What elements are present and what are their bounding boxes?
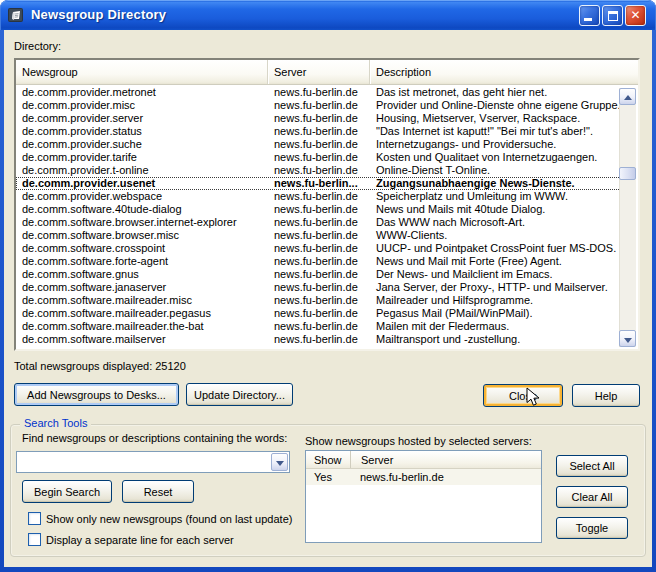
table-row[interactable]: de.comm.provider.metronetnews.fu-berlin.… [16,86,621,99]
table-row[interactable]: de.comm.provider.miscnews.fu-berlin.dePr… [16,99,621,112]
table-row[interactable]: de.comm.software.mailservernews.fu-berli… [16,333,621,346]
chevron-down-icon [276,461,284,466]
cell-server: news.fu-berlin.de [350,469,541,485]
scroll-down-button[interactable] [619,330,636,347]
cell-server: news.fu-berlin.de [268,281,370,294]
column-header-show[interactable]: Show [306,451,350,468]
cell-server: news.fu-berlin.de [268,333,370,346]
select-all-button[interactable]: Select All [556,455,628,477]
search-words-combobox[interactable] [16,451,290,473]
close-button[interactable]: Close [483,384,563,407]
cell-newsgroup: de.comm.provider.t-online [16,164,268,177]
cell-server: news.fu-berlin.de [268,242,370,255]
scrollbar-thumb[interactable] [619,167,636,180]
table-row[interactable]: de.comm.provider.tarifenews.fu-berlin.de… [16,151,621,164]
vertical-scrollbar[interactable] [619,88,636,347]
dialog-body: Directory: Newsgroup Server Description … [4,30,652,567]
cell-server: news.fu-berlin.de [268,294,370,307]
cell-server: news.fu-berlin.de [268,216,370,229]
cell-newsgroup: de.comm.software.janaserver [16,281,268,294]
table-row[interactable]: de.comm.software.crosspointnews.fu-berli… [16,242,621,255]
table-row[interactable]: de.comm.provider.usenetnews.fu-berlin...… [16,177,621,190]
arrow-up-icon [624,95,632,100]
cell-description: Der News- und Mailclient im Emacs. [370,268,621,281]
cell-newsgroup: de.comm.software.crosspoint [16,242,268,255]
cell-description: Mailtransport und -zustellung. [370,333,621,346]
toggle-button[interactable]: Toggle [556,517,628,539]
cell-description: WWW-Clients. [370,229,621,242]
table-row[interactable]: de.comm.software.40tude-dialognews.fu-be… [16,203,621,216]
cell-description: UUCP- und Pointpaket CrossPoint fuer MS-… [370,242,621,255]
cell-server: news.fu-berlin.de [268,151,370,164]
title-bar[interactable]: Newsgroup Directory ✕ [0,0,656,30]
cell-description: Kosten und Qualitaet von Internetzugaeng… [370,151,621,164]
column-header-newsgroup[interactable]: Newsgroup [16,60,268,84]
cell-server: news.fu-berlin.de [268,229,370,242]
table-row[interactable]: de.comm.provider.servernews.fu-berlin.de… [16,112,621,125]
cell-description: Das WWW nach Microsoft-Art. [370,216,621,229]
table-row[interactable]: de.comm.provider.statusnews.fu-berlin.de… [16,125,621,138]
clear-all-button[interactable]: Clear All [556,486,628,508]
cell-description: Internetzugangs- und Providersuche. [370,138,621,151]
separate-line-checkbox[interactable] [28,533,41,546]
update-directory-button[interactable]: Update Directory... [186,383,293,406]
cell-newsgroup: de.comm.provider.misc [16,99,268,112]
reset-button[interactable]: Reset [122,480,194,503]
column-header-server[interactable]: Server [268,60,370,84]
show-new-newsgroups-label: Show only new newsgroups (found on last … [46,513,292,525]
table-row[interactable]: de.comm.provider.webspacenews.fu-berlin.… [16,190,621,203]
cell-server: news.fu-berlin.de [268,99,370,112]
cell-server: news.fu-berlin.de [268,255,370,268]
total-newsgroups-label: Total newsgroups displayed: 25120 [14,360,186,372]
table-row[interactable]: de.comm.software.janaservernews.fu-berli… [16,281,621,294]
cell-newsgroup: de.comm.software.browser.internet-explor… [16,216,268,229]
table-row[interactable]: de.comm.software.browser.miscnews.fu-ber… [16,229,621,242]
cell-newsgroup: de.comm.software.forte-agent [16,255,268,268]
maximize-button[interactable] [602,5,623,26]
cell-description: Jana Server, der Proxy-, HTTP- und Mails… [370,281,621,294]
begin-search-button[interactable]: Begin Search [22,480,112,503]
server-list-header: Show Server [306,451,541,469]
add-newsgroups-button[interactable]: Add Newsgroups to Desks... [14,383,179,406]
cell-server: news.fu-berlin.de [268,190,370,203]
hosted-servers-label: Show newsgroups hosted by selected serve… [305,435,532,447]
table-row[interactable]: de.comm.provider.suchenews.fu-berlin.deI… [16,138,621,151]
separate-line-label: Display a separate line for each server [46,534,234,546]
close-icon: ✕ [630,8,640,22]
cell-server: news.fu-berlin... [268,177,370,190]
list-header: Newsgroup Server Description [16,60,638,85]
column-header-server[interactable]: Server [350,451,541,468]
table-row[interactable]: de.comm.software.gnusnews.fu-berlin.deDe… [16,268,621,281]
minimize-button[interactable] [579,5,600,26]
cell-newsgroup: de.comm.provider.webspace [16,190,268,203]
cell-newsgroup: de.comm.software.gnus [16,268,268,281]
table-row[interactable]: de.comm.provider.t-onlinenews.fu-berlin.… [16,164,621,177]
help-button[interactable]: Help [572,384,640,407]
cell-description: Mailreader und Hilfsprogramme. [370,294,621,307]
table-row[interactable]: de.comm.software.mailreader.pegasusnews.… [16,307,621,320]
cell-description: News und Mails mit 40tude Dialog. [370,203,621,216]
cell-newsgroup: de.comm.software.40tude-dialog [16,203,268,216]
list-rows: de.comm.provider.metronetnews.fu-berlin.… [16,86,621,349]
cell-server: news.fu-berlin.de [268,86,370,99]
table-row[interactable]: de.comm.software.browser.internet-explor… [16,216,621,229]
column-header-description[interactable]: Description [370,60,638,84]
server-list: Show Server Yesnews.fu-berlin.de [305,450,542,543]
table-row[interactable]: de.comm.software.mailreader.miscnews.fu-… [16,294,621,307]
server-row[interactable]: Yesnews.fu-berlin.de [306,469,541,485]
show-new-newsgroups-checkbox[interactable] [28,512,41,525]
cell-description: Provider und Online-Dienste ohne eigene … [370,99,621,112]
cell-server: news.fu-berlin.de [268,112,370,125]
table-row[interactable]: de.comm.software.mailreader.the-batnews.… [16,320,621,333]
maximize-icon [608,11,618,21]
newsgroup-directory-window: Newsgroup Directory ✕ Directory: Newsgro… [0,0,656,572]
newsgroup-list: Newsgroup Server Description de.comm.pro… [14,58,640,351]
cell-description: News und Mail mit Forte (Free) Agent. [370,255,621,268]
cell-description: "Das Internet ist kaputt!" "Bei mir tut'… [370,125,621,138]
close-window-button[interactable]: ✕ [625,5,646,26]
combobox-dropdown-button[interactable] [271,453,288,471]
cell-newsgroup: de.comm.software.mailserver [16,333,268,346]
cell-description: Speicherplatz und Umleitung im WWW. [370,190,621,203]
table-row[interactable]: de.comm.software.forte-agentnews.fu-berl… [16,255,621,268]
scroll-up-button[interactable] [619,88,636,105]
